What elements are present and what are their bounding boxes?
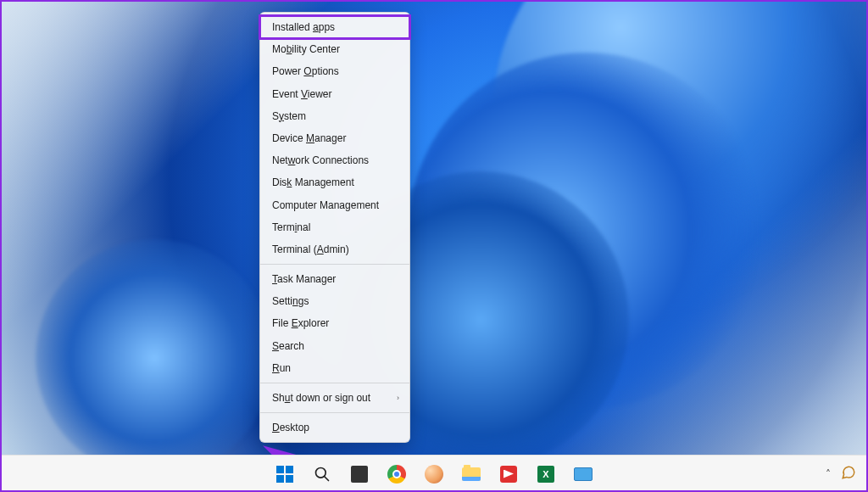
winx-context-menu: Installed appsMobility CenterPower Optio…: [259, 12, 410, 443]
menu-item-disk-management[interactable]: Disk Management: [260, 171, 409, 193]
menu-item-computer-management[interactable]: Computer Management: [260, 194, 409, 216]
app-red-icon[interactable]: [492, 458, 525, 490]
system-tray[interactable]: ˄: [826, 465, 856, 483]
menu-item-event-viewer[interactable]: Event Viewer: [260, 83, 409, 105]
taskview-icon[interactable]: [343, 458, 376, 490]
menu-item-system[interactable]: System: [260, 105, 409, 127]
menu-item-settings[interactable]: Settings: [260, 290, 409, 312]
menu-item-file-explorer[interactable]: File Explorer: [260, 312, 409, 334]
search-icon[interactable]: [306, 458, 338, 490]
desktop-wallpaper: Installed appsMobility CenterPower Optio…: [2, 2, 866, 455]
chrome-icon[interactable]: [381, 458, 413, 490]
tray-chevron-icon[interactable]: ˄: [826, 468, 831, 480]
menu-item-device-manager[interactable]: Device Manager: [260, 127, 409, 149]
menu-separator: [260, 383, 409, 383]
menu-item-run[interactable]: Run: [260, 357, 409, 379]
svg-line-2: [325, 476, 329, 480]
menu-item-terminal[interactable]: Terminal: [260, 216, 409, 238]
menu-item-mobility-center[interactable]: Mobility Center: [260, 38, 409, 60]
menu-separator: [260, 412, 409, 413]
chevron-right-icon: ›: [397, 393, 399, 403]
menu-item-desktop[interactable]: Desktop: [260, 417, 409, 439]
menu-item-shut-down-or-sign-out[interactable]: Shut down or sign out›: [260, 387, 409, 409]
excel-icon[interactable]: X: [530, 458, 562, 490]
edge-icon[interactable]: [567, 458, 599, 490]
notifications-icon[interactable]: [841, 465, 856, 483]
start-icon[interactable]: [269, 458, 301, 490]
menu-item-task-manager[interactable]: Task Manager: [260, 268, 409, 290]
avatar-icon[interactable]: [418, 458, 450, 490]
menu-item-installed-apps[interactable]: Installed apps: [260, 16, 409, 38]
menu-item-search[interactable]: Search: [260, 335, 409, 357]
menu-separator: [260, 264, 409, 265]
menu-item-power-options[interactable]: Power Options: [260, 60, 409, 82]
taskbar: X ˄: [2, 455, 866, 492]
menu-item-network-connections[interactable]: Network Connections: [260, 149, 409, 171]
explorer-icon[interactable]: [455, 458, 487, 490]
menu-item-terminal-admin[interactable]: Terminal (Admin): [260, 238, 409, 260]
